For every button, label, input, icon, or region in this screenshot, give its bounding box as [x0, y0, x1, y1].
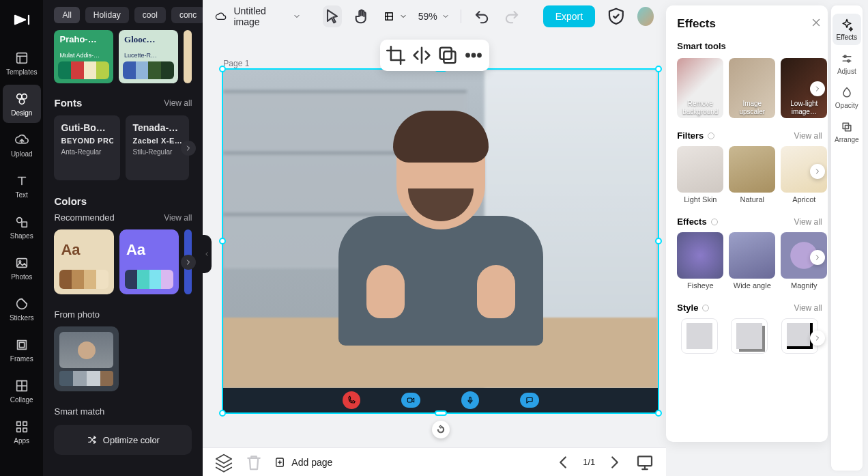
filters-next[interactable]	[810, 164, 825, 179]
effects-panel: Effects Smart tools Remove background Im…	[666, 5, 827, 442]
effect-fisheye[interactable]: Fisheye	[677, 232, 723, 290]
svg-rect-6	[16, 258, 27, 267]
nav-text[interactable]: Text	[3, 167, 41, 205]
handle-b[interactable]	[435, 410, 447, 416]
fonts-viewall[interactable]: View all	[164, 98, 192, 108]
selection-box[interactable]	[222, 68, 659, 414]
nav-collage[interactable]: Collage	[3, 372, 41, 410]
video-button[interactable]	[401, 393, 420, 408]
effects-next[interactable]	[810, 250, 825, 265]
nav-shapes[interactable]: Shapes	[3, 208, 41, 246]
effects-viewall[interactable]: View all	[794, 217, 822, 227]
handle-l[interactable]	[219, 238, 226, 244]
style-viewall[interactable]: View all	[794, 303, 822, 313]
colors-next[interactable]	[181, 255, 196, 270]
rotate-handle[interactable]	[432, 421, 450, 438]
fonts-heading: Fonts	[54, 97, 82, 109]
fonts-next[interactable]	[181, 141, 196, 156]
colors-viewall[interactable]: View all	[164, 213, 192, 223]
color-sample: Aa	[119, 229, 179, 270]
tag-cool[interactable]: cool	[134, 7, 166, 23]
rail-effects[interactable]: Effects	[833, 14, 861, 45]
smart-next[interactable]	[810, 81, 825, 96]
font-card-guti[interactable]: Guti-Bo… BEYOND PRO… Anta-Regular	[54, 115, 120, 180]
shapes-icon	[14, 214, 29, 229]
zoom-value: 59%	[418, 11, 437, 22]
copy-button[interactable]	[436, 44, 459, 67]
handle-bl[interactable]	[219, 410, 226, 417]
layers-button[interactable]	[214, 452, 234, 473]
effects-toggle[interactable]	[711, 219, 718, 225]
effects-close[interactable]	[810, 16, 822, 31]
canvas-image[interactable]	[223, 70, 658, 412]
present-button[interactable]	[635, 452, 655, 473]
handle-br[interactable]	[655, 410, 662, 417]
color-card-warm[interactable]: Aa	[54, 229, 113, 294]
select-tool[interactable]	[323, 5, 342, 27]
filter-natural[interactable]: Natural	[729, 146, 775, 204]
right-rail: Effects Adjust Opacity Arrange	[830, 5, 863, 471]
style-shadow[interactable]	[727, 318, 772, 354]
hand-tool[interactable]	[353, 5, 372, 27]
nav-design[interactable]: Design	[3, 85, 41, 123]
add-page-button[interactable]: Add page	[274, 456, 332, 468]
crop-button[interactable]	[384, 44, 407, 67]
style-next[interactable]	[810, 331, 825, 346]
nav-templates[interactable]: Templates	[3, 44, 41, 82]
filters-viewall[interactable]: View all	[794, 131, 822, 141]
filter-light-skin[interactable]: Light Skin	[677, 146, 723, 204]
nav-upload[interactable]: Upload	[3, 126, 41, 164]
export-button[interactable]: Export	[543, 5, 595, 27]
app-logo[interactable]	[8, 5, 36, 34]
palette-card-peek[interactable]	[184, 30, 192, 83]
font-line1: Guti-Bo…	[61, 122, 113, 133]
nav-design-label: Design	[11, 109, 32, 117]
undo-button[interactable]	[472, 5, 491, 27]
smart-upscaler[interactable]: Image upscaler	[729, 58, 775, 118]
nav-stickers[interactable]: Stickers	[3, 290, 41, 328]
floating-toolbar	[380, 40, 489, 71]
next-page[interactable]	[605, 452, 625, 473]
style-toggle[interactable]	[702, 305, 709, 311]
divider	[461, 10, 461, 23]
svg-rect-9	[19, 342, 24, 347]
nav-stickers-label: Stickers	[10, 314, 34, 322]
filters-toggle[interactable]	[708, 132, 714, 139]
style-none[interactable]	[677, 318, 721, 354]
redo-button[interactable]	[502, 5, 521, 27]
tag-holiday[interactable]: Holiday	[85, 7, 129, 23]
prev-page[interactable]	[553, 452, 573, 473]
nav-text-label: Text	[16, 191, 28, 199]
document-title-group[interactable]: Untitled image	[215, 5, 300, 27]
from-photo-card[interactable]	[54, 326, 119, 391]
tag-conc[interactable]: conc	[171, 7, 203, 23]
nav-frames[interactable]: Frames	[3, 331, 41, 369]
photos-icon	[14, 255, 29, 270]
hangup-button[interactable]	[343, 391, 360, 409]
more-button[interactable]	[462, 44, 485, 67]
avatar[interactable]	[637, 7, 654, 26]
panel-collapse-tab[interactable]	[203, 235, 212, 273]
nav-photos[interactable]: Photos	[3, 249, 41, 287]
smart-remove-bg[interactable]: Remove background	[677, 58, 723, 118]
nav-apps[interactable]: Apps	[3, 412, 41, 451]
rail-arrange[interactable]: Arrange	[833, 116, 861, 148]
rail-adjust[interactable]: Adjust	[833, 48, 861, 79]
color-card-purple[interactable]: Aa	[119, 229, 179, 294]
font-card-tenada[interactable]: Tenada-… Zacbel X-E… Stilu-Regular	[126, 115, 189, 180]
flip-button[interactable]	[410, 44, 433, 67]
palette-card-glooc[interactable]: Glooc… Lucette-R…	[119, 30, 178, 83]
svg-point-2	[22, 94, 27, 98]
rail-opacity[interactable]: Opacity	[833, 82, 861, 113]
mic-button[interactable]	[461, 391, 479, 409]
palette-card-praho[interactable]: Praho-… Mulat Addis-…	[54, 30, 113, 83]
tag-all[interactable]: All	[54, 7, 79, 23]
handle-r[interactable]	[655, 238, 662, 244]
handle-tr[interactable]	[655, 66, 662, 72]
optimize-color-button[interactable]: Optimize color	[54, 425, 192, 455]
privacy-button[interactable]	[606, 5, 626, 28]
zoom-control[interactable]: 59%	[418, 11, 450, 22]
chat-button[interactable]	[520, 393, 539, 408]
resize-group[interactable]	[383, 10, 407, 23]
effect-wideangle[interactable]: Wide angle	[729, 232, 775, 290]
